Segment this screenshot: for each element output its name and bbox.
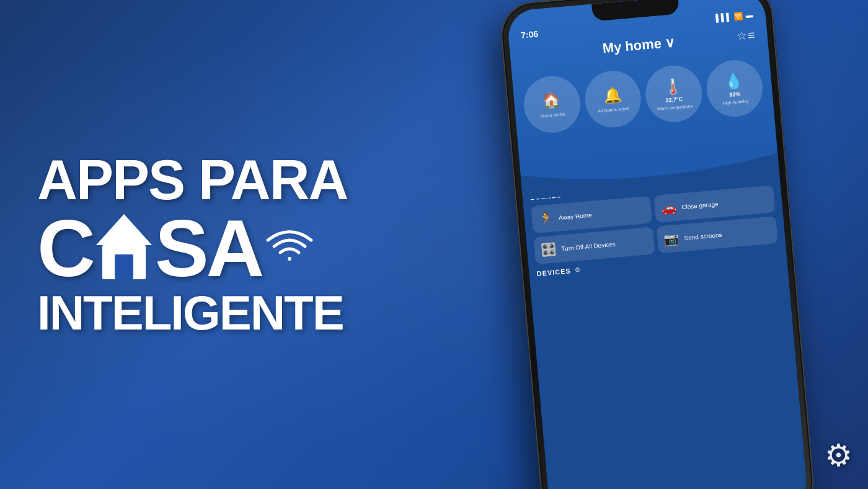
scene-turn-off-devices[interactable]: 🎛️ Turn Off All Devices	[534, 227, 655, 264]
house-icon	[93, 211, 155, 285]
temp-label: Warm temperature	[657, 104, 693, 111]
humidity-label: High humidity	[722, 99, 749, 105]
apps-para-text: APPS PARA	[37, 152, 422, 208]
gear-bottom-right-icon[interactable]: ⚙	[825, 437, 852, 473]
close-garage-icon: 🚗	[660, 200, 677, 216]
wifi-icon	[265, 220, 314, 270]
devices-title: DEVICES	[536, 267, 571, 277]
svg-marker-0	[96, 214, 152, 245]
send-screens-label: Send screens	[684, 231, 722, 241]
phone-outer: 7:06 ▌▌▌ 🛜 ▬ My home ∨ ☆≡ 🏠	[498, 0, 817, 489]
home-profile-icon: 🏠	[541, 91, 561, 110]
status-icons: ▌▌▌ 🛜 ▬	[715, 11, 754, 22]
home-title[interactable]: My home ∨	[602, 34, 676, 56]
status-card-humidity[interactable]: 💧 92% High humidity	[704, 58, 765, 119]
scene-send-screens[interactable]: 📷 Send screens	[657, 216, 778, 254]
temp-value: 22,7°C	[665, 96, 683, 103]
chevron-down-icon: ∨	[665, 34, 676, 51]
status-card-temp[interactable]: 🌡️ 22,7°C Warm temperature	[643, 63, 704, 124]
status-time: 7:06	[520, 29, 538, 40]
home-title-text: My home	[602, 35, 662, 56]
svg-rect-2	[115, 254, 133, 279]
send-screens-icon: 📷	[663, 231, 680, 247]
devices-gear-icon[interactable]: ⚙	[574, 266, 581, 274]
casa-line: C SA	[37, 208, 422, 289]
phone-screen: 7:06 ▌▌▌ 🛜 ▬ My home ∨ ☆≡ 🏠	[507, 0, 808, 489]
home-profile-label: Home profile	[541, 112, 565, 118]
alarms-icon: 🔔	[603, 86, 622, 105]
close-garage-label: Close garage	[681, 200, 719, 210]
wifi-status-icon: 🛜	[733, 11, 743, 20]
humidity-value: 92%	[729, 91, 741, 98]
humidity-icon: 💧	[724, 72, 743, 91]
turn-off-icon: 🎛️	[540, 241, 557, 258]
signal-icon: ▌▌▌	[715, 12, 732, 22]
temp-icon: 🌡️	[663, 77, 683, 96]
turn-off-label: Turn Off All Devices	[561, 240, 616, 252]
left-text-block: APPS PARA C SA INTELIGENTE	[37, 152, 422, 337]
status-card-home[interactable]: 🏠 Home profile	[521, 74, 582, 135]
alarms-label: All alarms active	[598, 106, 629, 113]
status-card-alarms[interactable]: 🔔 All alarms active	[582, 68, 643, 129]
away-home-label: Away Home	[558, 211, 591, 221]
inteligente-text: INTELIGENTE	[37, 289, 422, 337]
casa-c: C	[37, 208, 93, 289]
phone-container: 7:06 ▌▌▌ 🛜 ▬ My home ∨ ☆≡ 🏠	[498, 0, 868, 489]
main-content: SCENES ⚙ 🏃 Away Home 🚗 Close garage 🎛️	[522, 165, 808, 489]
battery-icon: ▬	[745, 11, 753, 20]
away-home-icon: 🏃	[538, 210, 554, 227]
casa-sa: SA	[155, 208, 262, 289]
status-cards-row: 🏠 Home profile 🔔 All alarms active 🌡️ 22…	[512, 57, 774, 135]
menu-icon[interactable]: ☆≡	[736, 27, 756, 43]
